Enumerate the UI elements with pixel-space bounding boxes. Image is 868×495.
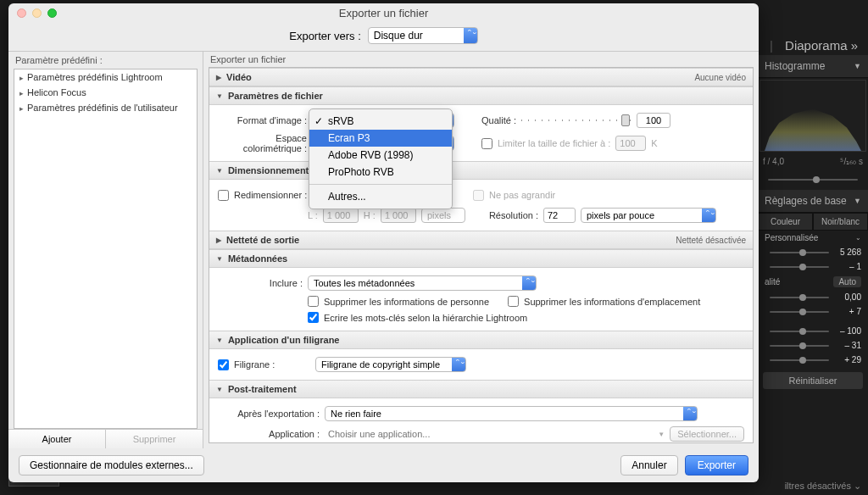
export-button[interactable]: Exporter xyxy=(685,455,748,476)
section-sharpen-header[interactable]: ▶Netteté de sortie Netteté désactivée xyxy=(209,231,753,249)
add-preset-button[interactable]: Ajouter xyxy=(8,430,106,448)
quality-slider[interactable] xyxy=(521,114,632,126)
after-export-label: Après l'exportation : xyxy=(218,409,320,419)
no-enlarge-label: Ne pas agrandir xyxy=(489,190,555,200)
export-to-label: Exporter vers : xyxy=(289,30,361,42)
remove-person-checkbox[interactable] xyxy=(308,296,319,307)
section-metadata-header[interactable]: ▼Métadonnées xyxy=(209,249,753,268)
slider-shadows[interactable] xyxy=(770,345,829,347)
format-label: Format d'image : xyxy=(218,115,307,125)
reset-button[interactable]: Réinitialiser xyxy=(763,372,863,389)
panel-histogram-header[interactable]: Histogramme▼ xyxy=(758,55,868,78)
wb-label: Personnalisée xyxy=(765,233,818,242)
dropdown-item-srgb[interactable]: sRVB xyxy=(309,113,452,130)
section-watermark-header[interactable]: ▼Application d'un filigrane xyxy=(209,331,753,349)
application-field xyxy=(325,427,604,441)
write-hierarchy-checkbox[interactable] xyxy=(308,312,319,323)
resize-checkbox[interactable] xyxy=(218,190,229,201)
filters-off-label[interactable]: iltres désactivés ⌄ xyxy=(785,481,861,492)
preset-group[interactable]: Paramètres prédéfinis de l'utilisateur xyxy=(14,100,197,115)
watermark-checkbox[interactable] xyxy=(218,359,229,370)
size-unit-select: pixels xyxy=(421,208,465,223)
slider-highlights[interactable] xyxy=(770,331,829,332)
dialog-title: Exporter un fichier xyxy=(8,7,759,19)
watermark-label: Filigrane : xyxy=(234,359,310,370)
main-header: Exporter un fichier xyxy=(203,52,759,67)
histo-shutter: ⁵/₁₆₀ s xyxy=(840,157,863,166)
slider-contrast[interactable] xyxy=(770,311,829,313)
export-dialog: Exporter un fichier Exporter vers : Disq… xyxy=(8,3,759,482)
export-to-select[interactable]: Disque dur xyxy=(368,27,478,44)
resolution-label: Résolution : xyxy=(489,210,538,220)
slider-whites[interactable] xyxy=(770,359,829,361)
auto-tone-btn[interactable]: Auto xyxy=(833,276,861,287)
module-diaporama[interactable]: Diaporama » xyxy=(785,38,858,53)
section-post-header[interactable]: ▼Post-traitement xyxy=(209,380,753,398)
histogram[interactable] xyxy=(760,80,866,152)
slider-exposure[interactable] xyxy=(770,297,829,298)
remove-location-checkbox[interactable] xyxy=(508,296,519,307)
dropdown-item-p3[interactable]: Ecran P3 xyxy=(309,130,452,147)
module-picker: s | Diaporama » xyxy=(743,38,858,53)
histo-aperture: f / 4,0 xyxy=(763,157,784,166)
preset-group[interactable]: Helicon Focus xyxy=(14,85,197,100)
resolution-unit-select[interactable]: pixels par pouce xyxy=(581,208,716,223)
tab-color[interactable]: Couleur xyxy=(758,213,813,231)
slider-tint[interactable] xyxy=(770,266,829,268)
limit-size-checkbox[interactable] xyxy=(481,138,492,149)
width-label: L : xyxy=(308,210,318,220)
after-export-select[interactable]: Ne rien faire xyxy=(325,406,698,421)
select-app-button: Sélectionner... xyxy=(670,426,744,442)
colorspace-label: Espace colorimétrique : xyxy=(218,133,307,153)
cancel-button[interactable]: Annuler xyxy=(620,455,677,476)
remove-person-label: Supprimer les informations de personne xyxy=(324,297,489,307)
limit-unit: K xyxy=(651,138,657,148)
height-field xyxy=(381,208,416,223)
dropdown-item-prophoto[interactable]: ProPhoto RVB xyxy=(309,164,452,181)
height-label: H : xyxy=(364,210,376,220)
dropdown-item-adobergb[interactable]: Adobe RVB (1998) xyxy=(309,147,452,164)
tool-slider[interactable] xyxy=(768,179,858,181)
section-video-header[interactable]: ▶Vidéo Aucune vidéo xyxy=(209,68,753,86)
width-field xyxy=(323,208,359,223)
dropdown-item-other[interactable]: Autres... xyxy=(309,188,452,205)
presets-list[interactable]: Paramètres prédéfinis Lightroom Helicon … xyxy=(14,69,198,429)
quality-label: Qualité : xyxy=(481,115,516,125)
resize-label: Redimensionner : xyxy=(234,190,309,200)
colorspace-dropdown-menu: sRVB Ecran P3 Adobe RVB (1998) ProPhoto … xyxy=(309,108,453,209)
panel-basic-header[interactable]: Règlages de base▼ xyxy=(758,190,868,213)
tab-bw[interactable]: Noir/blanc xyxy=(813,213,868,231)
plugin-manager-button[interactable]: Gestionnaire de modules externes... xyxy=(19,455,204,476)
no-enlarge-checkbox xyxy=(473,190,484,201)
write-hierarchy-label: Ecrire les mots-clés selon la hiérarchie… xyxy=(324,313,527,323)
chevron-down-icon: ▼ xyxy=(658,431,665,438)
remove-preset-button: Supprimer xyxy=(106,430,203,448)
slider-temp[interactable] xyxy=(770,252,829,253)
presets-header: Paramètre prédéfini : xyxy=(8,52,203,69)
limit-size-label: Limiter la taille de fichier à : xyxy=(498,138,610,148)
section-file-header[interactable]: ▼Paramètres de fichier xyxy=(209,86,753,105)
remove-location-label: Supprimer les informations d'emplacement xyxy=(524,297,700,307)
resolution-field[interactable] xyxy=(543,208,576,223)
preset-group[interactable]: Paramètres prédéfinis Lightroom xyxy=(14,70,197,85)
limit-size-field xyxy=(615,136,646,151)
include-label: Inclure : xyxy=(218,278,303,288)
watermark-select[interactable]: Filigrane de copyright simple xyxy=(315,357,466,372)
section-sizing-header[interactable]: ▼Dimensionnement de xyxy=(209,161,753,180)
include-select[interactable]: Toutes les métadonnées xyxy=(308,275,537,291)
application-label: Application : xyxy=(218,429,320,439)
quality-field[interactable] xyxy=(637,113,670,128)
tone-label-trunc: alité xyxy=(765,277,780,286)
